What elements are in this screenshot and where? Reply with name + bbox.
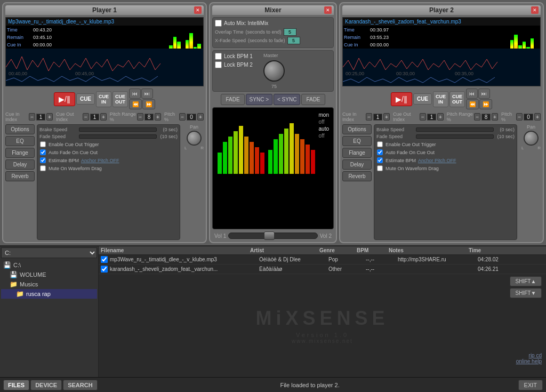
player2-pitch-range-plus[interactable]: + [492,113,498,121]
folder-item-rusca-rap[interactable]: 📁 rusca rap [1,289,97,299]
player2-pan-knob[interactable] [524,131,539,146]
player2-next-button[interactable]: ⏭ [478,89,490,99]
fade-left-button[interactable]: FADE [221,94,244,105]
player1-play-button[interactable]: ▶/‖ [54,92,75,106]
player1-eq-btn[interactable]: EQ [5,136,35,146]
player1-nav-buttons: ⏮ ⏭ ⏪ ⏩ [129,89,155,109]
player2-cue-out-minus[interactable]: − [420,113,426,121]
player1-cue-out-plus[interactable]: + [100,113,107,121]
player2-cue-button[interactable]: CUE [413,93,432,105]
svg-rect-0 [6,49,203,86]
player1-prev-button[interactable]: ⏮ [129,89,141,99]
player2-mute-drag-check[interactable] [377,165,382,171]
player2-cue-in-button[interactable]: CUEIN [433,91,448,107]
player1-reverb-btn[interactable]: Reverb [5,171,35,181]
tab-files[interactable]: FILES [3,380,29,390]
player1-rew-button[interactable]: ⏪ [129,99,142,109]
automix-check[interactable] [215,20,222,27]
svg-text:00:40,00: 00:40,00 [9,71,27,76]
player2-anchor-pitch-link[interactable]: Anchor Pitch OFF [418,158,456,163]
fade-right-button[interactable]: FADE [301,94,325,105]
player1-anchor-pitch-link[interactable]: Anchor Pitch OFF [81,158,119,163]
player1-cue-out-minus[interactable]: − [83,113,89,121]
player1-pitch-range-plus[interactable]: + [155,113,161,121]
crossfader-track[interactable] [228,233,318,239]
player1-cue-in-minus[interactable]: − [29,113,35,121]
tab-search[interactable]: SEARCH [63,380,97,390]
player2-fade-slider[interactable] [416,134,494,139]
player2-cue-in-minus[interactable]: − [366,113,372,121]
file-check-1[interactable] [101,256,108,263]
player1-cue-in-button[interactable]: CUEIN [96,91,111,107]
player1-mute-drag-check[interactable] [40,165,45,171]
player2-pitch-minus[interactable]: − [516,113,523,121]
lock-bpm1-check[interactable] [215,53,222,60]
sync-right-button[interactable]: SYNC > [246,94,272,105]
player1-delay-btn[interactable]: Delay [5,159,35,170]
player1-enable-cue-check[interactable] [40,141,45,147]
player1-cue-out-button[interactable]: CUEOUT [113,91,128,107]
player1-pitch-range-minus[interactable]: − [137,113,143,121]
player1-estimate-bpm-check[interactable] [40,157,45,163]
mixer-close-button[interactable]: ✕ [324,6,332,14]
player1-cue-in-plus[interactable]: + [46,113,53,121]
player2-ff-button[interactable]: ⏩ [479,99,492,109]
crossfader-thumb[interactable] [264,231,275,240]
player2-rew-button[interactable]: ⏪ [466,99,479,109]
player1-pitch-plus[interactable]: + [197,113,204,121]
file-row-2[interactable]: karandash_-_sheveli_zadom_feat._varchun.… [99,265,546,274]
player2-close-button[interactable]: ✕ [531,6,539,14]
player2-index-row: Cue In Index − 1 + Cue Out Index − 1 + P… [342,111,541,122]
drive-selector[interactable]: C: [1,247,97,258]
player2-prev-button[interactable]: ⏮ [466,89,478,99]
player2-pitch-plus[interactable]: + [534,113,541,121]
player2-brake-slider[interactable] [416,127,494,132]
player2-estimate-bpm-check[interactable] [377,157,382,163]
player2-auto-fade-check[interactable] [377,149,382,155]
player1-cue-button[interactable]: CUE [76,93,95,105]
player1-flange-btn[interactable]: Flange [5,148,35,158]
player1-next-button[interactable]: ⏭ [141,89,153,99]
player2-play-button[interactable]: ▶/‖ [391,92,412,106]
player1-transport: ▶/‖ CUE CUEIN CUEOUT ⏮ ⏭ ⏪ ⏩ [5,89,204,109]
player1-ff-button[interactable]: ⏩ [142,99,155,109]
svg-rect-18 [295,134,299,174]
player1-options-btn[interactable]: Options [5,124,35,134]
player2-eq-btn[interactable]: EQ [342,136,372,146]
player2-pitch-range-minus[interactable]: − [474,113,480,121]
folder-item-wolume[interactable]: 💾 WOLUME [1,270,97,279]
folder-item-musics[interactable]: 📁 Musics [1,279,97,289]
player1-fade-slider[interactable] [79,134,157,139]
file-row-1[interactable]: mp3Wave_ru_-_timatidj_dlee_-_v_klube.mp3… [99,255,546,265]
player2-estimate-bpm-row: Estimate BPM Anchor Pitch OFF [376,157,515,164]
exit-button[interactable]: EXIT [518,380,543,390]
master-knob[interactable] [263,60,285,82]
player1-pitch-minus[interactable]: − [179,113,186,121]
shift-down-button[interactable]: SHIFT▼ [510,288,542,298]
player1-pan-knob[interactable] [187,131,202,146]
rip-cd-link[interactable]: rip cd [516,353,542,358]
player2-flange-btn[interactable]: Flange [342,148,372,158]
shift-up-button[interactable]: SHIFT▲ [510,276,542,286]
player2-cue-out-button[interactable]: CUEOUT [449,91,465,107]
player2-reverb-btn[interactable]: Reverb [342,171,372,181]
file-check-2[interactable] [101,266,108,273]
automix-section: Auto Mix: IntelliMix Overlap Time (secon… [212,17,334,48]
player1-auto-fade-check[interactable] [40,149,45,155]
player2-enable-cue-check[interactable] [377,141,382,147]
player2-cue-in-plus[interactable]: + [383,113,390,121]
sync-left-button[interactable]: < SYNC [274,94,300,105]
player2-cue-out-plus[interactable]: + [437,113,444,121]
file-list-header: Filename Artist Genre BPM Notes Time [99,246,546,255]
lock-bpm2-check[interactable] [215,61,222,68]
player2-waveform-canvas: 00:25,00 00:30,00 00:35,00 [343,49,540,86]
player1-brake-slider[interactable] [79,127,157,132]
player1-close-button[interactable]: ✕ [194,6,202,14]
svg-rect-17 [290,123,294,174]
player1-options-panel: Brake Speed (0 sec) Fade Speed (10 sec) … [37,124,180,240]
online-help-link[interactable]: online help [516,358,542,364]
tab-device[interactable]: DEVICE [30,380,62,390]
folder-item-c[interactable]: 💾 C:\ [1,260,97,270]
player2-delay-btn[interactable]: Delay [342,159,372,170]
player2-options-btn[interactable]: Options [342,124,372,134]
